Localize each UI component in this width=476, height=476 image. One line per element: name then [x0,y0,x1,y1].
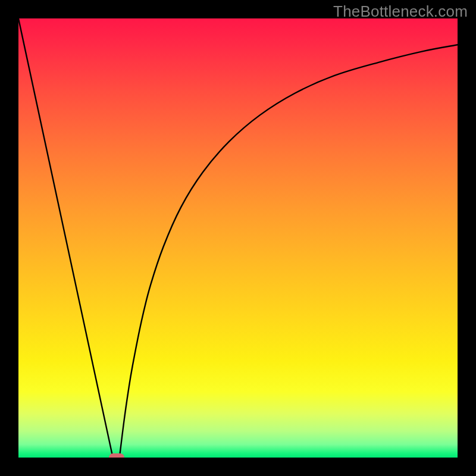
plot-area [18,18,458,458]
curve-svg [18,18,458,458]
chart-frame: TheBottleneck.com [0,0,476,476]
bottleneck-curve [18,18,458,458]
attribution-text: TheBottleneck.com [333,2,468,21]
optimal-marker [109,453,124,458]
